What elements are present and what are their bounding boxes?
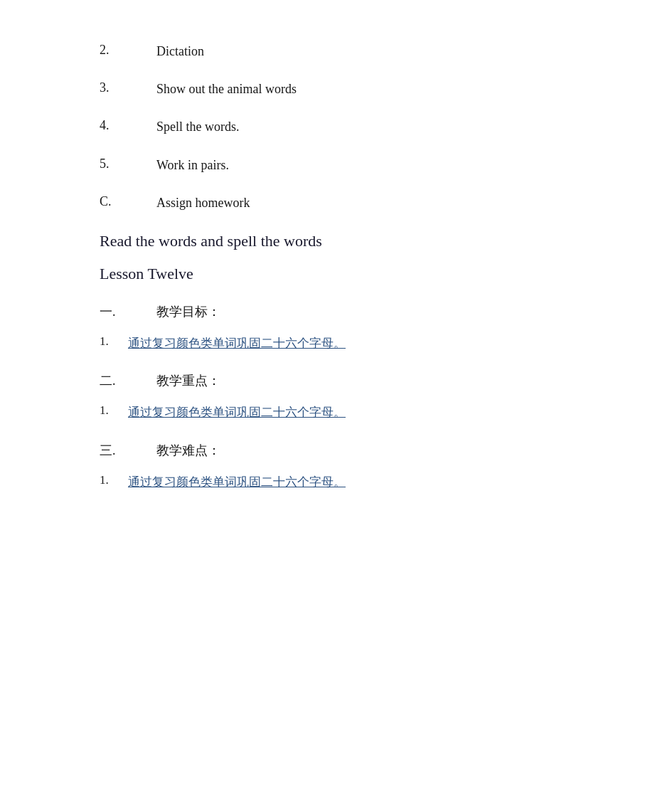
- chinese-section: 二.教学重点：1.通过复习颜色类单词巩固二十六个字母。: [100, 372, 572, 422]
- chinese-list-item: 1.通过复习颜色类单词巩固二十六个字母。: [100, 334, 572, 353]
- chinese-item-number: 1.: [100, 334, 128, 349]
- list-item-text: Dictation: [156, 43, 204, 60]
- lesson-title: Lesson Twelve: [100, 265, 572, 283]
- chinese-list-item: 1.通过复习颜色类单词巩固二十六个字母。: [100, 403, 572, 422]
- list-item-number: 2.: [100, 43, 156, 58]
- list-item: C.Assign homework: [100, 194, 572, 212]
- section-label: 教学难点：: [156, 442, 220, 459]
- chinese-section: 三.教学难点：1.通过复习颜色类单词巩固二十六个字母。: [100, 442, 572, 492]
- subtitle: Read the words and spell the words: [100, 232, 572, 250]
- list-item-text: Show out the animal words: [156, 80, 297, 98]
- chinese-list-item: 1.通过复习颜色类单词巩固二十六个字母。: [100, 473, 572, 492]
- section-header: 三.教学难点：: [100, 442, 572, 459]
- list-item-text: Work in pairs.: [156, 157, 229, 174]
- list-item-number: 5.: [100, 157, 156, 171]
- list-item-text: Assign homework: [156, 194, 250, 212]
- chinese-item-text: 通过复习颜色类单词巩固二十六个字母。: [128, 473, 346, 492]
- list-item-text: Spell the words.: [156, 118, 240, 136]
- section-label: 教学目标：: [156, 303, 220, 320]
- list-item-number: 4.: [100, 118, 156, 133]
- section-header: 一.教学目标：: [100, 303, 572, 320]
- chinese-sections: 一.教学目标：1.通过复习颜色类单词巩固二十六个字母。二.教学重点：1.通过复习…: [100, 303, 572, 492]
- main-content: 2.Dictation3.Show out the animal words4.…: [100, 43, 572, 491]
- chinese-item-text: 通过复习颜色类单词巩固二十六个字母。: [128, 403, 346, 422]
- list-item-number: C.: [100, 194, 156, 209]
- chinese-section: 一.教学目标：1.通过复习颜色类单词巩固二十六个字母。: [100, 303, 572, 353]
- list-item: 5.Work in pairs.: [100, 157, 572, 174]
- list-item: 4.Spell the words.: [100, 118, 572, 136]
- chinese-item-number: 1.: [100, 403, 128, 418]
- section-label: 教学重点：: [156, 372, 220, 389]
- section-roman-number: 二.: [100, 372, 156, 389]
- list-item-number: 3.: [100, 80, 156, 95]
- list-item: 2.Dictation: [100, 43, 572, 60]
- section-roman-number: 一.: [100, 303, 156, 320]
- section-header: 二.教学重点：: [100, 372, 572, 389]
- list-item: 3.Show out the animal words: [100, 80, 572, 98]
- section-roman-number: 三.: [100, 442, 156, 459]
- chinese-item-text: 通过复习颜色类单词巩固二十六个字母。: [128, 334, 346, 353]
- numbered-list: 2.Dictation3.Show out the animal words4.…: [100, 43, 572, 212]
- chinese-item-number: 1.: [100, 473, 128, 487]
